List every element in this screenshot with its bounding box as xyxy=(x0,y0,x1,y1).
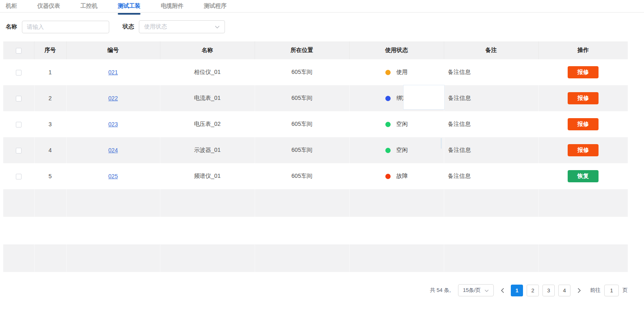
page-button[interactable]: 4 xyxy=(558,285,571,296)
col-header-action: 操作 xyxy=(538,41,628,59)
status-filter-label: 状态 xyxy=(123,23,134,30)
name-filter-label: 名称 xyxy=(6,23,17,30)
tab-item[interactable]: 机柜 xyxy=(6,0,17,13)
row-checkbox[interactable] xyxy=(16,148,22,153)
col-header-location: 所在位置 xyxy=(255,41,349,59)
action-button[interactable]: 报修 xyxy=(568,144,599,156)
filter-bar: 名称 状态 使用状态 xyxy=(6,20,644,33)
tab-item[interactable]: 测试程序 xyxy=(204,0,227,13)
empty-table-row xyxy=(3,189,628,217)
name-cell: 频谱仪_01 xyxy=(160,163,255,189)
note-cell: 备注信息 xyxy=(444,111,538,137)
action-button[interactable]: 报修 xyxy=(568,92,599,104)
code-link[interactable]: 025 xyxy=(108,173,118,179)
code-link[interactable]: 022 xyxy=(108,95,118,102)
col-header-seq: 序号 xyxy=(34,41,66,59)
equipment-table: 序号 编号 名称 所在位置 使用状态 备注 操作 1 021 相位仪_01 60… xyxy=(3,41,628,272)
location-cell: 605车间 xyxy=(255,111,349,137)
header-select-cell xyxy=(3,41,34,59)
status-dot-icon xyxy=(385,148,391,153)
row-select-cell xyxy=(3,163,34,189)
row-checkbox[interactable] xyxy=(16,174,22,179)
total-count-text: 共 54 条, xyxy=(430,287,451,294)
cursor-artifact xyxy=(441,138,441,149)
page-size-select[interactable]: 15条/页 xyxy=(458,284,494,296)
tab-bar: 机柜仪器仪表工控机测试工装电缆附件测试程序 xyxy=(0,0,644,13)
seq-cell: 5 xyxy=(34,163,66,189)
seq-cell: 3 xyxy=(34,111,66,137)
location-cell: 605车间 xyxy=(255,59,349,85)
status-label: 使用 xyxy=(396,69,408,76)
location-cell: 605车间 xyxy=(255,85,349,111)
goto-label: 前往 xyxy=(590,287,601,294)
page-button[interactable]: 1 xyxy=(511,285,523,296)
seq-cell: 1 xyxy=(34,59,66,85)
row-select-cell xyxy=(3,137,34,163)
status-label: 空闲 xyxy=(396,147,408,154)
table-row: 4 024 示波器_01 605车间 空闲 备注信息 报修 xyxy=(3,137,628,163)
status-dot-icon xyxy=(385,122,391,127)
location-cell: 605车间 xyxy=(255,163,349,189)
page-size-value: 15条/页 xyxy=(463,287,481,294)
col-header-code: 编号 xyxy=(66,41,160,59)
status-select-value: 使用状态 xyxy=(144,23,167,30)
note-cell: 备注信息 xyxy=(444,163,538,189)
status-dot-icon xyxy=(385,96,391,101)
status-filter-select[interactable]: 使用状态 xyxy=(139,20,225,33)
location-cell: 605车间 xyxy=(255,137,349,163)
table-header-row: 序号 编号 名称 所在位置 使用状态 备注 操作 xyxy=(3,41,628,59)
row-select-cell xyxy=(3,85,34,111)
chevron-down-icon xyxy=(215,24,220,30)
name-cell: 示波器_01 xyxy=(160,137,255,163)
action-button[interactable]: 报修 xyxy=(568,118,599,130)
status-label: 故障 xyxy=(396,173,408,180)
note-cell: 备注信息 xyxy=(444,137,538,163)
seq-cell: 2 xyxy=(34,85,66,111)
goto-page-input[interactable] xyxy=(604,285,619,296)
tab-item[interactable]: 工控机 xyxy=(80,0,97,13)
action-button[interactable]: 恢复 xyxy=(568,170,599,182)
note-cell: 备注信息 xyxy=(444,85,538,111)
status-dot-icon xyxy=(385,70,391,75)
prev-page-icon[interactable] xyxy=(497,285,508,296)
empty-table-row xyxy=(3,244,628,272)
select-all-checkbox[interactable] xyxy=(16,48,22,54)
name-filter-input[interactable] xyxy=(22,21,109,33)
status-label: 空闲 xyxy=(396,121,408,128)
row-checkbox[interactable] xyxy=(16,70,22,76)
row-select-cell xyxy=(3,111,34,137)
col-header-status: 使用状态 xyxy=(349,41,444,59)
page-button[interactable]: 3 xyxy=(542,285,555,296)
row-select-cell xyxy=(3,59,34,85)
chevron-down-icon xyxy=(484,287,489,294)
table-row: 3 023 电压表_02 605车间 空闲 备注信息 报修 xyxy=(3,111,628,137)
table-body: 1 021 相位仪_01 605车间 使用 备注信息 报修 2 022 电流表_… xyxy=(3,59,628,272)
code-link[interactable]: 024 xyxy=(108,147,118,153)
status-dot-icon xyxy=(385,174,391,179)
page-unit-label: 页 xyxy=(622,287,628,294)
seq-cell: 4 xyxy=(34,137,66,163)
name-cell: 电压表_02 xyxy=(160,111,255,137)
tab-item[interactable]: 电缆附件 xyxy=(161,0,184,13)
name-cell: 相位仪_01 xyxy=(160,59,255,85)
row-checkbox[interactable] xyxy=(16,122,22,127)
table-row: 2 022 电流表_01 605车间 绑定 备注信息 报修 xyxy=(3,85,628,111)
table-row: 5 025 频谱仪_01 605车间 故障 备注信息 恢复 xyxy=(3,163,628,189)
tab-item[interactable]: 仪器仪表 xyxy=(37,0,60,13)
page-buttons: 1234 xyxy=(511,285,571,296)
code-link[interactable]: 023 xyxy=(108,121,118,127)
col-header-name: 名称 xyxy=(160,41,255,59)
table-row: 1 021 相位仪_01 605车间 使用 备注信息 报修 xyxy=(3,59,628,85)
name-cell: 电流表_01 xyxy=(160,85,255,111)
empty-table-row xyxy=(3,217,628,244)
col-header-note: 备注 xyxy=(444,41,538,59)
tab-item[interactable]: 测试工装 xyxy=(118,0,140,13)
note-cell: 备注信息 xyxy=(444,59,538,85)
next-page-icon[interactable] xyxy=(574,285,584,296)
page-button[interactable]: 2 xyxy=(527,285,539,296)
pagination: 共 54 条, 15条/页 1234 前往 页 xyxy=(0,284,628,296)
empty-tooltip-artifact xyxy=(403,85,445,110)
code-link[interactable]: 021 xyxy=(108,69,118,76)
row-checkbox[interactable] xyxy=(16,96,22,102)
action-button[interactable]: 报修 xyxy=(568,66,599,78)
